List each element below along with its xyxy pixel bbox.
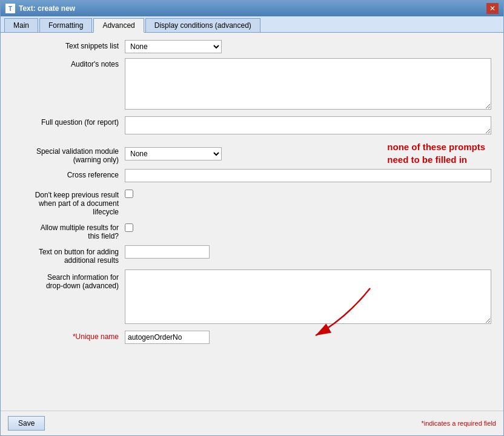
unique-name-row: *Unique name	[13, 331, 491, 344]
auditors-notes-control	[125, 58, 491, 111]
unique-name-control	[125, 331, 491, 344]
annotation-prompt1: none of these promptsneed to be filled i…	[387, 140, 485, 166]
footer: Save *indicates a required field	[1, 411, 503, 435]
text-snippets-row: Text snippets list None	[13, 40, 491, 53]
tab-formatting[interactable]: Formatting	[39, 18, 92, 32]
text-snippets-control: None	[125, 40, 491, 53]
unique-name-label: *Unique name	[13, 331, 125, 341]
dont-keep-label: Don't keep previous resultwhen part of a…	[13, 187, 125, 216]
allow-multiple-label: Allow multiple results forthis field?	[13, 221, 125, 240]
dont-keep-checkbox[interactable]	[125, 190, 133, 198]
allow-multiple-control	[125, 221, 491, 234]
search-info-control	[125, 269, 491, 326]
full-question-row: Full question (for report)	[13, 116, 491, 136]
tab-display-conditions[interactable]: Display conditions (advanced)	[145, 18, 260, 32]
search-info-textarea[interactable]	[125, 269, 491, 324]
text-snippets-label: Text snippets list	[13, 40, 125, 50]
cross-reference-control	[125, 169, 491, 182]
tab-advanced[interactable]: Advanced	[93, 18, 144, 33]
allow-multiple-row: Allow multiple results forthis field?	[13, 221, 491, 240]
title-bar: T Text: create new ✕	[1, 1, 503, 16]
auditors-notes-label: Auditor's notes	[13, 58, 125, 68]
search-info-label: Search information fordrop-down (advance…	[13, 269, 125, 290]
special-validation-select[interactable]: None	[125, 147, 222, 160]
full-question-control	[125, 116, 491, 136]
required-note: *indicates a required field	[421, 420, 496, 427]
window-title: Text: create new	[19, 4, 75, 13]
unique-name-input[interactable]	[125, 331, 210, 344]
button-text-row: Text on button for addingadditional resu…	[13, 245, 491, 265]
allow-multiple-checkbox[interactable]	[125, 223, 133, 232]
button-text-label: Text on button for addingadditional resu…	[13, 245, 125, 265]
full-question-label: Full question (for report)	[13, 116, 125, 127]
window-icon: T	[5, 4, 15, 13]
cross-reference-input[interactable]	[125, 169, 491, 182]
text-snippets-select[interactable]: None	[125, 40, 222, 53]
dont-keep-control	[125, 187, 491, 200]
cross-reference-row: Cross reference	[13, 169, 491, 182]
full-question-textarea[interactable]	[125, 116, 491, 134]
cross-reference-label: Cross reference	[13, 169, 125, 179]
tab-bar: Main Formatting Advanced Display conditi…	[1, 16, 503, 33]
search-info-row: Search information fordrop-down (advance…	[13, 269, 491, 326]
special-validation-label: Special validation module(warning only)	[13, 141, 125, 164]
button-text-control	[125, 245, 491, 259]
button-text-input[interactable]	[125, 245, 210, 259]
close-button[interactable]: ✕	[486, 3, 499, 14]
form-content: Text snippets list None Auditor's notes …	[1, 33, 503, 411]
dont-keep-row: Don't keep previous resultwhen part of a…	[13, 187, 491, 216]
auditors-notes-textarea[interactable]	[125, 58, 491, 110]
save-button[interactable]: Save	[8, 416, 45, 431]
main-window: T Text: create new ✕ Main Formatting Adv…	[0, 0, 504, 436]
tab-main[interactable]: Main	[4, 18, 38, 32]
auditors-notes-row: Auditor's notes	[13, 58, 491, 111]
